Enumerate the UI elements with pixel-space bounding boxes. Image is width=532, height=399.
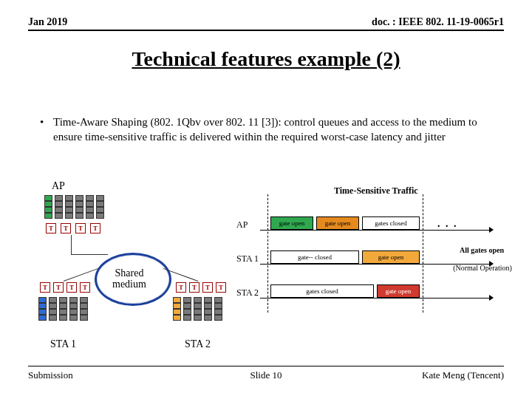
box-gate-open-ap1: gate open <box>270 216 313 230</box>
ap-queue-4 <box>75 195 83 219</box>
ap-queue-2 <box>55 195 63 219</box>
sta2-label: STA 2 <box>185 338 211 350</box>
slide-title: Technical features example (2) <box>0 47 532 71</box>
arrow-icon <box>489 227 494 233</box>
box-gate-open-ap2: gate open <box>316 216 359 230</box>
ap-queue-3 <box>65 195 73 219</box>
connector <box>64 268 98 282</box>
box-gates-closed-top: gates closed <box>362 216 420 230</box>
connector <box>71 254 108 255</box>
t-box: T <box>176 282 186 293</box>
footer-slide-number: Slide 10 <box>250 369 282 381</box>
ellipsis: . . . <box>437 218 458 230</box>
row-label-sta1: STA 1 <box>236 253 259 265</box>
all-gates-open-label: All gates open <box>452 246 511 254</box>
sta2-queue-4 <box>204 297 212 321</box>
dashed-line <box>267 194 268 313</box>
t-box: T <box>46 223 56 233</box>
box-gate-open-sta1: gate open <box>362 250 420 264</box>
t-box: T <box>61 223 71 233</box>
sta2-queue-5 <box>214 297 222 321</box>
top-label: Time-Sensitive Traffic <box>334 185 418 197</box>
footer-left: Submission <box>28 369 73 381</box>
t-box: T <box>53 282 64 293</box>
box-gates-closed-sta2: gates closed <box>270 284 374 298</box>
sta1-queue-blue <box>38 297 47 321</box>
normal-operation-label: (Normal Operation) <box>449 264 516 272</box>
axis-ap <box>260 230 489 231</box>
slide-footer: Submission Slide 10 Kate Meng (Tencent) <box>28 366 504 381</box>
sta2-queue-2 <box>183 297 191 321</box>
ap-label: AP <box>52 180 65 192</box>
t-box: T <box>202 282 213 293</box>
right-diagram: Time-Sensitive Traffic AP STA 1 STA 2 ga… <box>238 188 511 336</box>
header-doc: doc. : IEEE 802. 11-19-0065r1 <box>372 16 504 28</box>
row-label-ap: AP <box>236 219 248 231</box>
t-box: T <box>216 282 226 293</box>
ap-queue-green <box>44 195 52 219</box>
footer-author: Kate Meng (Tencent) <box>422 369 504 381</box>
sta2-queue-3 <box>194 297 202 321</box>
bullet-item: Time-Aware Shaping (802. 1Qbv over 802. … <box>53 115 495 145</box>
sta1-queue-5 <box>80 297 88 321</box>
row-label-sta2: STA 2 <box>236 287 259 299</box>
t-box: T <box>80 282 90 293</box>
t-box: T <box>90 223 100 233</box>
left-diagram: AP STA 1 STA 2 Sharedmedium T T T T T T … <box>38 186 231 341</box>
connector <box>71 235 72 254</box>
slide-header: Jan 2019 doc. : IEEE 802. 11-19-0065r1 <box>28 16 504 31</box>
t-box: T <box>40 282 50 293</box>
ap-queue-6 <box>96 195 104 219</box>
shared-medium-ellipse <box>95 253 171 306</box>
box-gate-closed-sta1: gate-- closed <box>270 250 359 264</box>
axis-sta2 <box>260 298 489 299</box>
t-box: T <box>189 282 200 293</box>
sta1-label: STA 1 <box>50 338 76 350</box>
t-box: T <box>75 223 86 233</box>
dashed-line <box>423 194 423 313</box>
ap-queue-5 <box>86 195 94 219</box>
sta1-queue-3 <box>59 297 67 321</box>
sta2-queue-orange <box>173 297 181 321</box>
header-date: Jan 2019 <box>28 16 67 28</box>
t-box: T <box>66 282 77 293</box>
box-gate-open-sta2: gate open <box>377 284 420 298</box>
sta1-queue-4 <box>69 297 78 321</box>
arrow-icon <box>489 295 494 301</box>
sta1-queue-2 <box>49 297 57 321</box>
